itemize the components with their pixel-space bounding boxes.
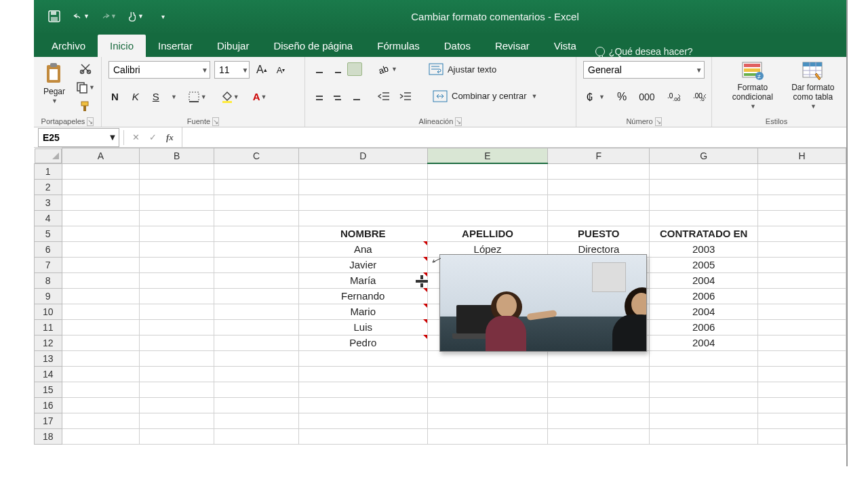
cell-H11[interactable] — [758, 319, 846, 335]
row-header-15[interactable]: 15 — [35, 382, 62, 397]
cell-C12[interactable] — [214, 335, 299, 350]
cell-A16[interactable] — [62, 397, 140, 413]
cell-A5[interactable] — [62, 226, 140, 241]
wrap-text-button[interactable]: Ajustar texto — [426, 62, 499, 77]
redo-icon[interactable]: ▼ — [100, 8, 117, 24]
cell-B1[interactable] — [140, 163, 214, 179]
font-size-combo[interactable]: ▼ — [214, 61, 250, 79]
cell-H12[interactable] — [758, 335, 846, 350]
cell-A13[interactable] — [62, 350, 140, 366]
conditional-format-button[interactable]: ≠ Formato condicional▼ — [719, 60, 787, 111]
cell-D10[interactable]: Mario — [298, 304, 427, 319]
cell-D6[interactable]: Ana — [298, 241, 427, 257]
cell-G16[interactable] — [650, 397, 758, 413]
cell-D3[interactable] — [298, 195, 427, 210]
cell-A12[interactable] — [62, 335, 140, 350]
font-launcher[interactable]: ↘ — [212, 117, 219, 126]
cell-G18[interactable] — [650, 428, 758, 444]
cell-G2[interactable] — [650, 179, 758, 195]
cell-G1[interactable] — [650, 163, 758, 179]
tab-inicio[interactable]: Inicio — [98, 35, 146, 57]
cell-B6[interactable] — [140, 241, 214, 257]
font-color-icon[interactable]: A▼ — [250, 89, 270, 104]
enter-formula-icon[interactable]: ✓ — [149, 132, 157, 142]
tab-archivo[interactable]: Archivo — [39, 35, 98, 57]
paste-button[interactable]: Pegar ▼ — [41, 61, 68, 106]
cell-C14[interactable] — [214, 366, 299, 382]
format-painter-icon[interactable] — [73, 99, 98, 114]
col-header-A[interactable]: A — [62, 148, 140, 164]
cell-F2[interactable] — [548, 179, 650, 195]
cell-H18[interactable] — [758, 428, 846, 444]
cancel-formula-icon[interactable]: ✕ — [132, 132, 140, 142]
align-left-icon[interactable] — [312, 89, 327, 103]
cell-G13[interactable] — [650, 350, 758, 366]
name-box[interactable]: ▼ — [38, 128, 119, 147]
cell-E18[interactable] — [427, 428, 548, 444]
font-name-combo[interactable]: ▼ — [108, 61, 210, 79]
indent-decrease-icon[interactable] — [374, 89, 393, 104]
align-middle-icon[interactable] — [330, 62, 344, 76]
cell-B11[interactable] — [140, 319, 214, 335]
cell-E2[interactable] — [427, 179, 548, 195]
cell-G7[interactable]: 2005 — [650, 257, 758, 272]
orientation-icon[interactable]: ab▼ — [374, 61, 400, 77]
col-header-H[interactable]: H — [758, 148, 846, 164]
cell-D16[interactable] — [298, 397, 427, 413]
cell-F15[interactable] — [548, 382, 650, 397]
undo-icon[interactable]: ▼ — [73, 8, 90, 24]
cell-G6[interactable]: 2003 — [650, 241, 758, 257]
cell-A4[interactable] — [62, 210, 140, 226]
cell-A10[interactable] — [62, 304, 140, 319]
cut-icon[interactable] — [73, 61, 98, 76]
cell-A2[interactable] — [62, 179, 140, 195]
cell-H3[interactable] — [758, 195, 846, 210]
cell-H9[interactable] — [758, 288, 846, 304]
comment-popup[interactable] — [439, 254, 647, 352]
cell-H7[interactable] — [758, 257, 846, 272]
touch-mode-icon[interactable]: ▼ — [127, 8, 144, 24]
format-table-button[interactable]: Dar formato como tabla▼ — [792, 60, 834, 111]
cell-D4[interactable] — [298, 210, 427, 226]
cell-H4[interactable] — [758, 210, 846, 226]
row-header-7[interactable]: 7 — [35, 257, 62, 272]
cell-A9[interactable] — [62, 288, 140, 304]
cell-C16[interactable] — [214, 397, 299, 413]
save-icon[interactable] — [46, 8, 62, 24]
cell-B10[interactable] — [140, 304, 214, 319]
row-header-8[interactable]: 8 — [35, 272, 62, 288]
row-header-12[interactable]: 12 — [35, 335, 62, 350]
cell-C17[interactable] — [214, 413, 299, 428]
cell-E1[interactable] — [427, 163, 548, 179]
col-header-F[interactable]: F — [548, 148, 650, 164]
cell-G11[interactable]: 2006 — [650, 319, 758, 335]
cell-B3[interactable] — [140, 195, 214, 210]
cell-G12[interactable]: 2004 — [650, 335, 758, 350]
col-header-G[interactable]: G — [650, 148, 758, 164]
cell-G17[interactable] — [650, 413, 758, 428]
cell-E14[interactable] — [427, 366, 548, 382]
number-format-combo[interactable]: ▼ — [583, 61, 705, 79]
cell-A1[interactable] — [62, 163, 140, 179]
row-header-4[interactable]: 4 — [35, 210, 62, 226]
cell-A17[interactable] — [62, 413, 140, 428]
cell-C5[interactable] — [214, 226, 299, 241]
cell-G10[interactable]: 2004 — [650, 304, 758, 319]
col-header-C[interactable]: C — [214, 148, 299, 164]
cell-B17[interactable] — [140, 413, 214, 428]
cell-C11[interactable] — [214, 319, 299, 335]
cell-A7[interactable] — [62, 257, 140, 272]
merge-center-button[interactable]: Combinar y centrar ▼ — [430, 89, 540, 104]
row-header-6[interactable]: 6 — [35, 241, 62, 257]
cell-G14[interactable] — [650, 366, 758, 382]
cell-B14[interactable] — [140, 366, 214, 382]
cell-C13[interactable] — [214, 350, 299, 366]
cell-F1[interactable] — [548, 163, 650, 179]
cell-H10[interactable] — [758, 304, 846, 319]
tab-dibujar[interactable]: Dibujar — [205, 35, 262, 57]
cell-E13[interactable] — [427, 350, 548, 366]
underline-button[interactable]: S — [150, 89, 162, 104]
shrink-font-icon[interactable]: A▾ — [274, 64, 288, 77]
row-header-5[interactable]: 5 — [35, 226, 62, 241]
cell-D13[interactable] — [298, 350, 427, 366]
